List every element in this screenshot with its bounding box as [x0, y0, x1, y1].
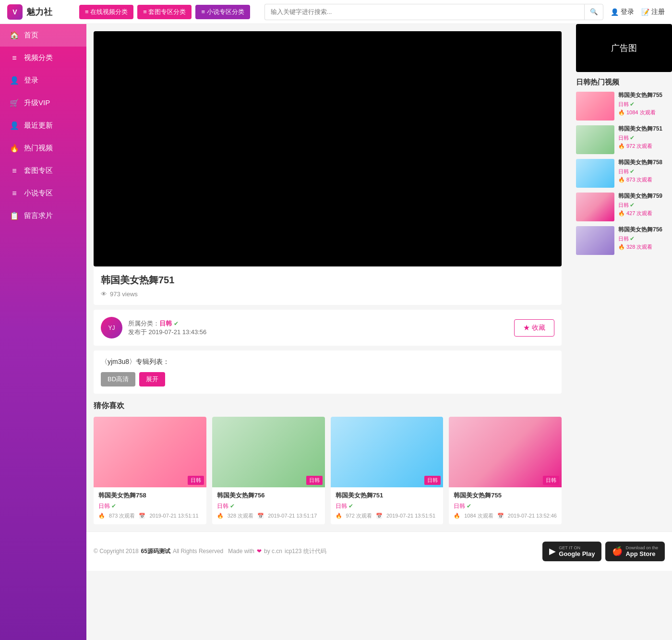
- recommend-card-2[interactable]: 日韩 韩国美女热舞751 日韩 ✔ 🔥 972 次观看: [331, 417, 444, 524]
- sidebar-item-hot[interactable]: 🔥 热门视频: [0, 137, 86, 159]
- logo-icon: V: [7, 4, 23, 20]
- card-info-3: 韩国美女热舞755 日韩 ✔ 🔥 1084 次观看 📅 2019-07-21: [449, 487, 562, 524]
- verified-icon: ✔: [174, 320, 179, 327]
- search-input[interactable]: [264, 4, 584, 20]
- tag-badge-0: 日韩: [188, 476, 204, 485]
- logo-text: 魅力社: [26, 6, 52, 18]
- content-row: 韩国美女热舞751 👁 973 views YJ 所属分类：: [86, 24, 672, 531]
- hot-thumb-0: [576, 92, 614, 121]
- heart-icon: ❤: [257, 548, 262, 555]
- tag-badge-1: 日韩: [306, 476, 323, 485]
- app-store-text: Download on the App Store: [625, 545, 658, 557]
- register-icon: 📝: [641, 8, 649, 16]
- card-category-1: 日韩 ✔: [217, 502, 320, 510]
- hot-views-2: 🔥 873 次观看: [618, 176, 672, 183]
- video-views: 👁 973 views: [101, 290, 554, 298]
- search-button[interactable]: 🔍: [584, 4, 603, 20]
- recommend-title: 猜你喜欢: [94, 401, 562, 411]
- cal-1: 📅: [257, 513, 264, 519]
- footer-store-buttons: ▶ GET IT ON Google Play 🍎 Download on th…: [542, 542, 665, 561]
- sidebar-item-video-category[interactable]: ≡ 视频分类: [0, 47, 86, 69]
- app-store-button[interactable]: 🍎 Download on the App Store: [605, 542, 665, 561]
- card-category-2: 日韩 ✔: [336, 502, 439, 510]
- card-category-3: 日韩 ✔: [454, 502, 557, 510]
- video-info: 韩国美女热舞751 👁 973 views: [94, 266, 562, 305]
- search-area: 🔍: [264, 4, 603, 20]
- sidebar: 🏠 首页 ≡ 视频分类 👤 登录 🛒 升级VIP 👤 最近更新 🔥 热门视频 ≡…: [0, 24, 86, 640]
- card-info-1: 韩国美女热舞756 日韩 ✔ 🔥 328 次观看 📅 2019-07-21 1: [212, 487, 325, 524]
- album-btn-hd[interactable]: BD高清: [101, 372, 135, 386]
- verified-0: ✔: [111, 503, 116, 509]
- card-title-0: 韩国美女热舞758: [98, 491, 202, 500]
- hot-views-4: 🔥 328 次观看: [618, 243, 672, 251]
- collect-button[interactable]: ★ 收藏: [514, 319, 554, 337]
- main-area: 韩国美女热舞751 👁 973 views YJ 所属分类：: [86, 24, 672, 640]
- sidebar-item-album[interactable]: ≡ 套图专区: [0, 159, 86, 182]
- hot-title-1: 韩国美女热舞751: [618, 125, 672, 133]
- sidebar-item-request[interactable]: 📋 留言求片: [0, 205, 86, 227]
- hot-item-3[interactable]: 韩国美女热舞759 日韩 ✔ 🔥 427 次观看: [576, 193, 672, 221]
- google-play-button[interactable]: ▶ GET IT ON Google Play: [542, 542, 601, 561]
- sidebar-item-login[interactable]: 👤 登录: [0, 69, 86, 92]
- card-title-1: 韩国美女热舞756: [217, 491, 320, 500]
- hot-item-0[interactable]: 韩国美女热舞755 日韩 ✔ 🔥 1084 次观看: [576, 92, 672, 121]
- sidebar-item-recent[interactable]: 👤 最近更新: [0, 114, 86, 137]
- apple-icon: 🍎: [612, 546, 623, 556]
- layout: 🏠 首页 ≡ 视频分类 👤 登录 🛒 升级VIP 👤 最近更新 🔥 热门视频 ≡…: [0, 24, 672, 640]
- hot-views-0: 🔥 1084 次观看: [618, 109, 672, 116]
- sidebar-item-album-label: 套图专区: [24, 166, 53, 175]
- sidebar-item-novel-label: 小说专区: [24, 189, 53, 198]
- card-stats-3: 🔥 1084 次观看 📅 2019-07-21 13:52:46: [454, 512, 557, 519]
- novel-icon: ≡: [10, 189, 19, 198]
- video-player[interactable]: [94, 31, 562, 266]
- sidebar-item-vip[interactable]: 🛒 升级VIP: [0, 92, 86, 114]
- sidebar-item-video-label: 视频分类: [24, 53, 53, 62]
- update-icon: 👤: [10, 121, 19, 130]
- fire-icon: 🔥: [10, 144, 19, 153]
- nav-btn-album[interactable]: ≡ 套图专区分类: [137, 5, 192, 19]
- hot-tag-4: 日韩 ✔: [618, 235, 672, 242]
- hot-item-4[interactable]: 韩国美女热舞756 日韩 ✔ 🔥 328 次观看: [576, 226, 672, 255]
- hot-thumb-1: [576, 125, 614, 154]
- google-play-text: GET IT ON Google Play: [559, 545, 595, 557]
- recommend-card-3[interactable]: 日韩 韩国美女热舞755 日韩 ✔ 🔥 1084 次观看: [449, 417, 562, 524]
- recommend-section: 猜你喜欢 日韩 韩国美女热舞758 日韩 ✔: [94, 401, 562, 524]
- hot-item-2[interactable]: 韩国美女热舞758 日韩 ✔ 🔥 873 次观看: [576, 159, 672, 188]
- hot-info-2: 韩国美女热舞758 日韩 ✔ 🔥 873 次观看: [618, 159, 672, 188]
- thumb-1-el: 日韩: [212, 417, 325, 487]
- cal-0: 📅: [139, 513, 145, 519]
- card-info-0: 韩国美女热舞758 日韩 ✔ 🔥 873 次观看 📅 2019-07-21 1: [94, 487, 206, 524]
- footer: © Copyright 2018 65源码测试 All Rights Reser…: [86, 531, 672, 571]
- sidebar-item-request-label: 留言求片: [24, 211, 53, 220]
- right-sidebar: 广告图 日韩热门视频 韩国美女热舞755 日韩 ✔ 🔥: [576, 24, 672, 531]
- header: V 魅力社 ≡ 在线视频分类 ≡ 套图专区分类 ≡ 小说专区分类 🔍 👤 登录 …: [0, 0, 672, 24]
- hot-thumb-4: [576, 226, 614, 255]
- card-title-3: 韩国美女热舞755: [454, 491, 557, 500]
- hot-info-3: 韩国美女热舞759 日韩 ✔ 🔥 427 次观看: [618, 193, 672, 221]
- recommend-card-0[interactable]: 日韩 韩国美女热舞758 日韩 ✔ 🔥 873 次观看: [94, 417, 206, 524]
- recommend-card-1[interactable]: 日韩 韩国美女热舞756 日韩 ✔ 🔥 328 次观看: [212, 417, 325, 524]
- nav-buttons: ≡ 在线视频分类 ≡ 套图专区分类 ≡ 小说专区分类: [79, 5, 250, 19]
- sidebar-item-recent-label: 最近更新: [24, 121, 53, 130]
- nav-btn-novel[interactable]: ≡ 小说专区分类: [195, 5, 250, 19]
- hot-title-4: 韩国美女热舞756: [618, 226, 672, 234]
- sidebar-item-hot-label: 热门视频: [24, 144, 53, 153]
- hot-views-1: 🔥 972 次观看: [618, 143, 672, 150]
- hot-title-0: 韩国美女热舞755: [618, 92, 672, 99]
- sidebar-item-novel[interactable]: ≡ 小说专区: [0, 182, 86, 205]
- card-stats-2: 🔥 972 次观看 📅 2019-07-21 13:51:51: [336, 512, 439, 519]
- hot-tag-0: 日韩 ✔: [618, 101, 672, 108]
- nav-btn-video[interactable]: ≡ 在线视频分类: [79, 5, 133, 19]
- sidebar-item-home[interactable]: 🏠 首页: [0, 24, 86, 47]
- hot-item-1[interactable]: 韩国美女热舞751 日韩 ✔ 🔥 972 次观看: [576, 125, 672, 154]
- verified-3: ✔: [467, 503, 471, 509]
- main-content: 韩国美女热舞751 👁 973 views YJ 所属分类：: [86, 24, 569, 531]
- fire-2: 🔥: [336, 513, 342, 519]
- video-meta: YJ 所属分类：日韩 ✔ 发布于 2019-07-21 13:43:56 ★ 收…: [94, 310, 562, 346]
- hot-thumb-2: [576, 159, 614, 188]
- card-stats-0: 🔥 873 次观看 📅 2019-07-21 13:51:11: [98, 512, 202, 519]
- register-link[interactable]: 📝 注册: [641, 8, 665, 16]
- login-link[interactable]: 👤 登录: [611, 8, 634, 16]
- album-btn-expand[interactable]: 展开: [139, 372, 165, 386]
- album-icon: ≡: [10, 167, 19, 175]
